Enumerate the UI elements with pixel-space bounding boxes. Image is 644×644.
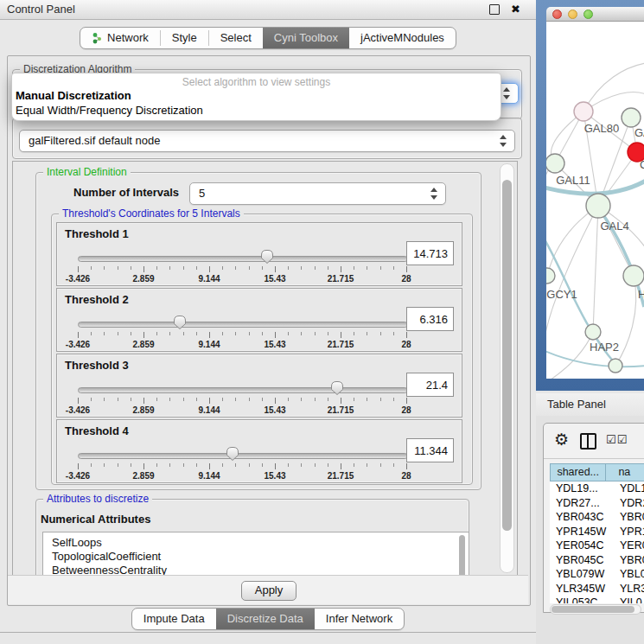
tab-discretize-data[interactable]: Discretize Data — [216, 609, 315, 629]
dropdown-option-manual-discretization[interactable]: Manual Discretization — [16, 89, 131, 102]
tab-select[interactable]: Select — [209, 28, 263, 48]
column-header-name[interactable]: na — [606, 463, 644, 481]
slider-thumb[interactable] — [173, 315, 187, 330]
slider-track[interactable] — [78, 322, 408, 328]
tab-impute-data[interactable]: Impute Data — [132, 609, 216, 629]
table-data-select[interactable]: galFiltered.sif default node — [19, 130, 515, 152]
network-node[interactable] — [586, 194, 610, 218]
network-graph[interactable]: GAL80GACGAL11GAL4GCY1HHAP2 — [546, 22, 644, 379]
combo-arrows-icon — [430, 188, 437, 200]
network-node[interactable] — [546, 268, 555, 284]
tab-cyni-toolbox[interactable]: Cyni Toolbox — [263, 28, 349, 48]
table-cell-shared-name: YDL19... — [550, 481, 612, 496]
table-cell-name: YER0 — [612, 539, 644, 553]
network-view-window: GAL80GACGAL11GAL4GCY1HHAP2 — [536, 0, 644, 391]
table-row[interactable]: YPR145WYPR1 — [550, 525, 644, 539]
settings-scroll-panel: Interval Definition Number of Intervals … — [12, 161, 518, 576]
window-title: Control Panel — [7, 0, 75, 19]
table-row[interactable]: YBR043CYBR0 — [550, 510, 644, 525]
network-node[interactable] — [574, 102, 593, 121]
threshold-value-field[interactable]: 6.316 — [406, 307, 454, 331]
select-columns-icon[interactable]: ☑☑ — [606, 433, 628, 446]
table-row[interactable]: YLR345WYLR3 — [550, 582, 644, 596]
table-panel-titlebar[interactable]: Table Panel — [536, 393, 644, 417]
number-of-intervals-select[interactable]: 5 — [189, 182, 446, 205]
tab-style[interactable]: Style — [161, 28, 208, 48]
slider-tick-labels: -3.4262.8599.14415.4321.71528 — [78, 274, 406, 284]
slider-track[interactable] — [78, 453, 408, 459]
table-row[interactable]: YDL19...YDL1 — [550, 481, 644, 496]
table-row[interactable]: YBR045CYBR0 — [550, 553, 644, 568]
thresholds-container: Threshold 1-3.4262.8599.14415.4321.71528… — [56, 222, 462, 485]
network-node-label: GA — [634, 126, 644, 139]
threshold-label: Threshold 3 — [65, 359, 129, 372]
thresholds-group-label: Threshold's Coordinates for 5 Intervals — [59, 207, 244, 220]
table-cell-name: YBL0 — [612, 567, 644, 582]
minimize-window-icon[interactable] — [568, 10, 577, 19]
slider-ticks — [78, 332, 406, 339]
split-view-icon[interactable] — [580, 433, 596, 450]
tab-infer-network[interactable]: Infer Network — [315, 609, 404, 629]
numerical-attributes-list[interactable]: SelfLoopsTopologicalCoefficientBetweenne… — [42, 532, 469, 576]
column-header-shared-name[interactable]: shared... — [550, 463, 606, 481]
network-tab-icon — [92, 32, 103, 44]
slider-thumb[interactable] — [226, 446, 239, 462]
float-panel-icon[interactable] — [489, 4, 500, 15]
threshold-value-field[interactable]: 11.344 — [406, 438, 454, 462]
number-of-intervals-label: Number of Intervals — [73, 186, 179, 199]
table-row[interactable]: YIL053CYIL0 — [550, 596, 644, 603]
control-panel-titlebar[interactable]: Control Panel ✖ — [0, 0, 536, 20]
gear-icon[interactable]: ⚙︎ — [554, 431, 569, 449]
table-horizontal-scrollbar[interactable] — [550, 604, 641, 615]
slider-track[interactable] — [78, 387, 408, 393]
network-node-label: GCY1 — [546, 288, 577, 301]
network-canvas[interactable]: GAL80GACGAL11GAL4GCY1HHAP2 — [546, 22, 644, 379]
algorithm-dropdown-popup: Select algorithm to view settings Manual… — [11, 73, 501, 121]
slider-track[interactable] — [78, 256, 408, 262]
cyni-mode-tabbar: Impute Data Discretize Data Infer Networ… — [0, 608, 536, 630]
threshold-value-field[interactable]: 21.4 — [406, 373, 454, 397]
node-table: shared... na YDL19...YDL1YDR27...YDR2YBR… — [550, 463, 644, 603]
table-row[interactable]: YDR27...YDR2 — [550, 496, 644, 511]
table-row[interactable]: YER054CYER0 — [550, 539, 644, 553]
table-cell-shared-name: YIL053C — [550, 596, 612, 603]
table-cell-shared-name: YPR145W — [550, 525, 612, 539]
threshold-slider[interactable]: -3.4262.8599.14415.4321.71528 — [78, 380, 406, 415]
close-window-icon[interactable] — [552, 10, 562, 19]
tab-network[interactable]: Network — [80, 28, 160, 48]
network-node-label: HAP2 — [590, 341, 619, 354]
settings-panel-scrollbar[interactable] — [500, 163, 514, 573]
slider-tick-labels: -3.4262.8599.14415.4321.71528 — [78, 405, 406, 415]
tab-jactivemnodules[interactable]: jActiveMNodules — [349, 28, 456, 48]
slider-ticks — [78, 266, 406, 273]
threshold-slider[interactable]: -3.4262.8599.14415.4321.71528 — [78, 315, 406, 349]
slider-thumb[interactable] — [260, 249, 274, 265]
network-node[interactable] — [546, 154, 564, 173]
table-header-row: shared... na — [550, 463, 644, 481]
dropdown-option-equal-width-frequency[interactable]: Equal Width/Frequency Discretization — [16, 104, 203, 117]
attributes-list-scrollbar[interactable] — [457, 535, 467, 576]
table-cell-name: YPR1 — [612, 525, 644, 539]
slider-tick-labels: -3.4262.8599.14415.4321.71528 — [78, 340, 406, 349]
algorithm-placeholder: Select algorithm to view settings — [12, 76, 501, 88]
network-node-label: C — [640, 158, 644, 171]
table-row[interactable]: YBL079WYBL0 — [550, 567, 644, 582]
threshold-label: Threshold 4 — [65, 424, 129, 437]
network-node[interactable] — [585, 324, 601, 340]
combo-arrows-icon — [503, 87, 510, 99]
attribute-list-item[interactable]: TopologicalCoefficient — [43, 550, 469, 564]
slider-thumb[interactable] — [330, 380, 344, 396]
apply-button[interactable]: Apply — [241, 581, 296, 601]
network-node[interactable] — [609, 359, 622, 373]
table-cell-name: YDR2 — [612, 496, 644, 511]
attribute-list-item[interactable]: BetweennessCentrality — [43, 564, 469, 576]
attribute-list-item[interactable]: SelfLoops — [43, 536, 469, 550]
zoom-window-icon[interactable] — [583, 10, 593, 19]
close-panel-icon[interactable]: ✖ — [511, 0, 520, 19]
threshold-slider[interactable]: -3.4262.8599.14415.4321.71528 — [78, 446, 406, 481]
network-node[interactable] — [623, 265, 644, 286]
threshold-value-field[interactable]: 14.713 — [406, 241, 454, 265]
threshold-slider[interactable]: -3.4262.8599.14415.4321.71528 — [78, 249, 406, 284]
network-window-titlebar[interactable] — [546, 7, 644, 22]
network-node[interactable] — [622, 108, 641, 127]
